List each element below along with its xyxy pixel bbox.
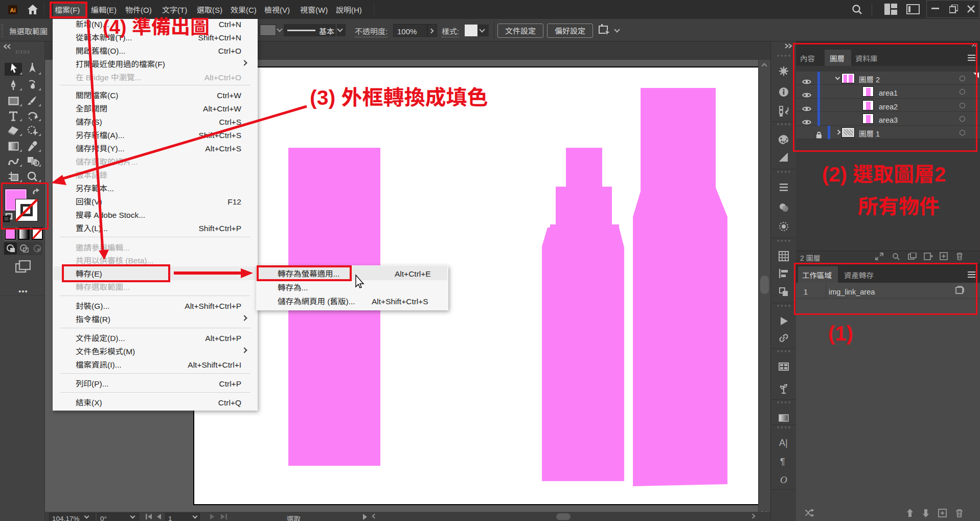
svg-text:O: O: [780, 474, 787, 485]
svg-text:A|: A|: [779, 438, 788, 448]
svg-text:¶: ¶: [780, 457, 785, 467]
